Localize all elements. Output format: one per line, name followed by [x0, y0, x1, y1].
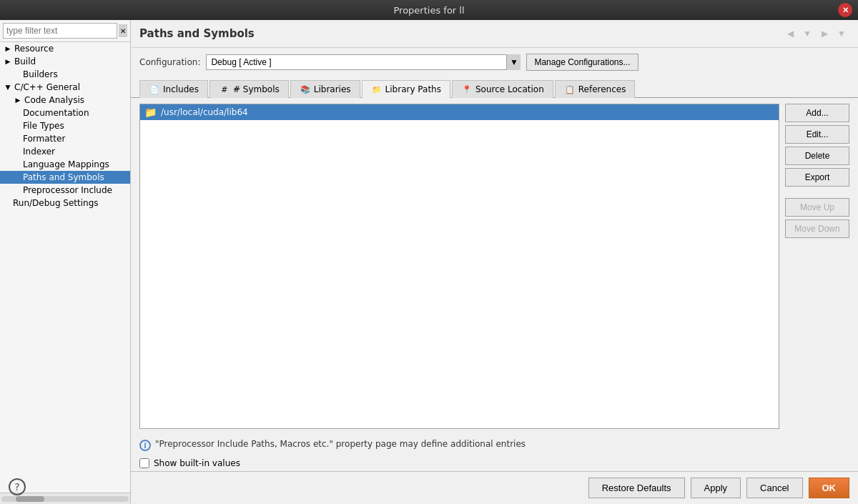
- tree-view: ResourceBuildBuildersC/C++ GeneralCode A…: [0, 42, 130, 493]
- config-select-container: Debug [ Active ] ▼: [206, 54, 521, 70]
- tree-item[interactable]: File Types: [0, 119, 130, 132]
- restore-defaults-button[interactable]: Restore Defaults: [588, 478, 685, 498]
- tree-item-label: Formatter: [23, 134, 65, 144]
- tree-item-label: Builders: [23, 69, 58, 79]
- info-area: i "Preprocessor Include Paths, Macros et…: [131, 435, 858, 455]
- tree-item-label: Code Analysis: [24, 95, 84, 105]
- libraries-tab-icon: 📚: [300, 84, 311, 94]
- tree-item[interactable]: Formatter: [0, 132, 130, 145]
- tree-item-label: Paths and Symbols: [23, 172, 104, 182]
- manage-configurations-button[interactable]: Manage Configurations...: [526, 54, 638, 71]
- tab-library-paths[interactable]: 📁Library Paths: [362, 80, 450, 98]
- bottom-bar: Restore Defaults Apply Cancel OK: [131, 471, 858, 504]
- includes-tab-label: Includes: [163, 84, 199, 94]
- tree-item-label: Language Mappings: [23, 159, 109, 169]
- ok-button[interactable]: OK: [809, 478, 850, 498]
- tab-libraries[interactable]: 📚Libraries: [290, 80, 360, 98]
- info-text: "Preprocessor Include Paths, Macros etc.…: [155, 439, 526, 449]
- filter-clear-button[interactable]: ✕: [119, 24, 127, 37]
- tree-item[interactable]: Paths and Symbols: [0, 171, 130, 184]
- close-button[interactable]: ✕: [838, 3, 852, 17]
- folder-icon: 📁: [144, 107, 157, 118]
- help-icon[interactable]: ?: [9, 478, 26, 495]
- includes-tab-icon: 📄: [149, 84, 160, 94]
- tree-item-label: Run/Debug Settings: [13, 198, 99, 208]
- tree-item[interactable]: Build: [0, 55, 130, 68]
- apply-button[interactable]: Apply: [691, 478, 741, 498]
- list-item[interactable]: 📁/usr/local/cuda/lib64: [140, 104, 779, 120]
- paths-list: 📁/usr/local/cuda/lib64: [139, 104, 779, 429]
- tree-item[interactable]: Resource: [0, 42, 130, 55]
- tree-arrow-icon: [13, 95, 23, 105]
- forward-button[interactable]: ▶: [817, 26, 832, 41]
- scrollbar-track: [1, 496, 129, 502]
- libraries-tab-label: Libraries: [314, 84, 351, 94]
- delete-button[interactable]: Delete: [785, 147, 849, 165]
- move-up-button[interactable]: Move Up: [785, 198, 849, 217]
- references-tab-label: References: [578, 84, 626, 94]
- show-builtin-checkbox[interactable]: [139, 458, 149, 468]
- action-buttons: Add... Edit... Delete Export Move Up Mov…: [785, 104, 849, 429]
- tree-item-label: Indexer: [23, 147, 55, 157]
- tab-symbols[interactable]: ## Symbols: [209, 80, 289, 98]
- tree-item[interactable]: Builders: [0, 68, 130, 81]
- config-label: Configuration:: [139, 57, 200, 67]
- export-button[interactable]: Export: [785, 168, 849, 187]
- tree-item-label: File Types: [23, 121, 64, 131]
- source-location-tab-icon: 📍: [461, 84, 473, 94]
- tree-arrow-icon: [3, 56, 13, 66]
- title-bar: Properties for ll ✕: [0, 0, 858, 20]
- config-row: Configuration: Debug [ Active ] ▼ Manage…: [131, 48, 858, 76]
- forward-dropdown-button[interactable]: ▼: [834, 26, 849, 41]
- tree-arrow-icon: [3, 82, 13, 92]
- left-panel: ✕ ResourceBuildBuildersC/C++ GeneralCode…: [0, 20, 131, 504]
- search-input[interactable]: [3, 23, 117, 39]
- tab-includes[interactable]: 📄Includes: [139, 80, 208, 98]
- back-dropdown-button[interactable]: ▼: [799, 26, 815, 41]
- page-title: Paths and Symbols: [139, 27, 255, 40]
- header-nav-buttons: ◀ ▼ ▶ ▼: [782, 26, 849, 41]
- cancel-button[interactable]: Cancel: [746, 478, 802, 498]
- tree-item-label: C/C++ General: [14, 82, 80, 92]
- symbols-tab-label: # Symbols: [233, 84, 280, 94]
- tree-item-label: Build: [14, 56, 36, 66]
- tree-item[interactable]: Run/Debug Settings: [0, 197, 130, 209]
- back-button[interactable]: ◀: [782, 26, 798, 41]
- source-location-tab-label: Source Location: [475, 84, 544, 94]
- tree-item-label: Preprocessor Include: [23, 185, 112, 195]
- tree-item[interactable]: Indexer: [0, 145, 130, 158]
- tree-item-label: Resource: [14, 44, 54, 54]
- library-paths-tab-label: Library Paths: [385, 84, 441, 94]
- symbols-tab-icon: #: [219, 84, 230, 94]
- tree-item[interactable]: Code Analysis: [0, 94, 130, 107]
- config-select[interactable]: Debug [ Active ]: [206, 54, 521, 70]
- library-paths-tab-icon: 📁: [371, 84, 383, 94]
- tab-source-location[interactable]: 📍Source Location: [452, 80, 553, 98]
- tab-references[interactable]: 📋References: [555, 80, 636, 98]
- checkbox-row: Show built-in values: [131, 455, 858, 471]
- info-icon: i: [139, 440, 151, 451]
- tree-item[interactable]: Documentation: [0, 107, 130, 119]
- main-container: ✕ ResourceBuildBuildersC/C++ GeneralCode…: [0, 20, 858, 504]
- right-panel: Paths and Symbols ◀ ▼ ▶ ▼ Configuration:…: [131, 20, 858, 504]
- content-area: 📁/usr/local/cuda/lib64 Add... Edit... De…: [131, 98, 858, 435]
- tree-item-label: Documentation: [23, 108, 89, 118]
- tree-item[interactable]: Preprocessor Include: [0, 184, 130, 197]
- edit-button[interactable]: Edit...: [785, 125, 849, 144]
- filter-bar: ✕: [0, 20, 130, 42]
- show-builtin-label[interactable]: Show built-in values: [154, 458, 240, 468]
- add-button[interactable]: Add...: [785, 104, 849, 122]
- tree-arrow-icon: [3, 44, 13, 54]
- list-item-label: /usr/local/cuda/lib64: [161, 107, 248, 117]
- move-down-button[interactable]: Move Down: [785, 219, 849, 238]
- window-title: Properties for ll: [393, 5, 464, 16]
- tabs-row: 📄Includes## Symbols📚Libraries📁Library Pa…: [131, 76, 858, 98]
- page-header: Paths and Symbols ◀ ▼ ▶ ▼: [131, 20, 858, 48]
- references-tab-icon: 📋: [564, 84, 576, 94]
- tree-item[interactable]: Language Mappings: [0, 158, 130, 171]
- tree-item[interactable]: C/C++ General: [0, 81, 130, 94]
- scrollbar-thumb: [16, 496, 44, 502]
